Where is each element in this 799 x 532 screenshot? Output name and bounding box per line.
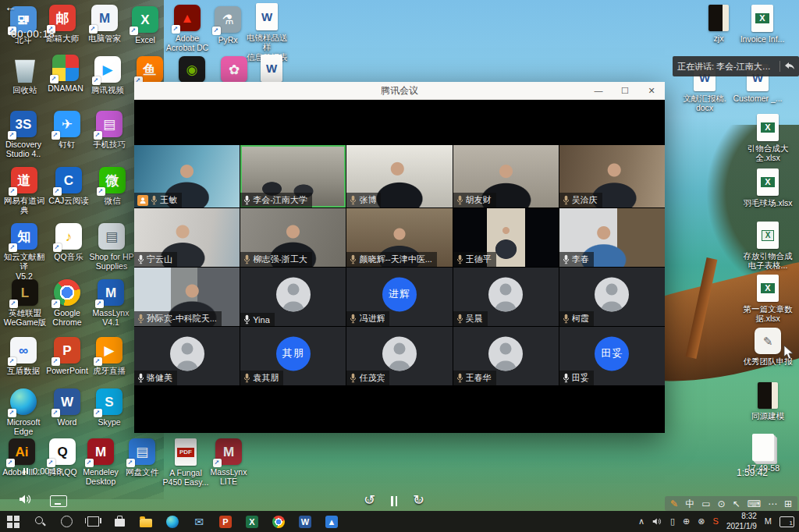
window-titlebar[interactable]: 腾讯会议 —☐✕ xyxy=(134,82,665,100)
participant-tile-王敏[interactable]: 王敏 xyxy=(134,145,240,207)
cursor-icon[interactable]: ↖ xyxy=(733,499,740,509)
wegame-lol-icon[interactable]: L英雄联盟 WeGame版 xyxy=(0,279,50,328)
masslynx-lite-icon[interactable]: MMassLynx LITE xyxy=(204,438,253,487)
participant-tile-柳志强-浙工大[interactable]: 柳志强-浙工大 xyxy=(240,208,346,267)
primer-sheet-icon[interactable]: X存放引物合成 电子表格... xyxy=(743,222,793,271)
acrobat-icon[interactable]: ▲Adobe Acrobat DC xyxy=(165,5,209,53)
participant-tile-Yina[interactable]: Yina xyxy=(240,268,346,326)
chrome-taskbar-icon[interactable] xyxy=(265,511,292,532)
back-arrow-overlay[interactable]: ← xyxy=(5,0,16,13)
pause-button[interactable] xyxy=(391,495,397,506)
participant-tile-吴晨[interactable]: 吴晨 xyxy=(453,268,559,326)
caj-cloud-icon[interactable]: CCAJ云阅读 xyxy=(47,167,91,205)
word-doc2-icon[interactable]: W xyxy=(250,55,293,82)
pc-manager-icon[interactable]: M电脑管家 xyxy=(83,5,126,43)
participant-tile-宁云山[interactable]: 宁云山 xyxy=(134,208,240,267)
word-taskbar-icon[interactable]: W xyxy=(292,511,318,532)
edge-icon[interactable]: Microsoft Edge xyxy=(2,388,45,437)
participant-tile-骆健美[interactable]: 骆健美 xyxy=(134,327,240,385)
store-taskbar-icon[interactable] xyxy=(106,511,133,532)
sogou-tray-icon[interactable]: S xyxy=(713,517,719,526)
powerpoint-taskbar-icon[interactable]: P xyxy=(212,511,239,532)
volume-tray-icon[interactable] xyxy=(652,517,662,526)
fungal-p450-pdf-icon[interactable]: PDFA Fungal P450 Easy... xyxy=(161,438,211,488)
pyrx-icon[interactable]: ⚗PyRx xyxy=(206,6,250,44)
participant-tile-任茂宾[interactable]: 任茂宾 xyxy=(346,327,452,385)
zjx-icon[interactable]: zjx xyxy=(701,5,737,43)
doc-em-sample-icon[interactable]: W电镜样品送样 信息登记表 xyxy=(245,3,289,62)
forward-30-button[interactable]: ↻30 xyxy=(413,493,424,507)
ime-mode-indicator[interactable]: 中 xyxy=(685,499,694,509)
excel-taskbar-icon[interactable]: X xyxy=(239,511,265,532)
participant-tile-吴洽庆[interactable]: 吴洽庆 xyxy=(559,145,665,207)
nvidia-icon[interactable]: ◉ xyxy=(170,56,214,83)
masslynx-tray-icon[interactable]: M xyxy=(765,517,772,526)
mendeley-icon[interactable]: MMendeley Desktop xyxy=(76,438,125,487)
netdisk-files-icon[interactable]: ▤网盘文件 xyxy=(120,438,164,477)
youdao-dict-icon[interactable]: 道网易有道词典 xyxy=(0,167,48,215)
close-button[interactable]: ✕ xyxy=(638,82,665,99)
photos-taskbar-icon[interactable]: ▲ xyxy=(318,511,345,532)
mail-taskbar-icon[interactable]: ✉ xyxy=(186,511,212,532)
participant-tile-柯霞[interactable]: 柯霞 xyxy=(559,268,665,326)
participant-tile-李会-江南大学[interactable]: 李会-江南大学 xyxy=(240,145,346,207)
skype-icon[interactable]: SSkype xyxy=(87,388,131,427)
homology-modeling-icon[interactable]: 同源建模 xyxy=(743,382,793,420)
douyu-icon[interactable]: 鱼 xyxy=(128,56,172,83)
speaking-banner[interactable]: 正在讲话: 李会-江南大学... xyxy=(673,56,799,76)
qq-music-icon[interactable]: ♪QQ音乐 xyxy=(47,223,91,261)
powerpoint-icon[interactable]: PPowerPoint xyxy=(44,337,91,375)
cortana-button[interactable] xyxy=(53,511,80,532)
participant-tile-颜晓辉--天津中医...[interactable]: 颜晓辉--天津中医... xyxy=(346,208,452,267)
hidden-icons-chevron[interactable]: ∧ xyxy=(638,517,645,526)
excel-icon[interactable]: XExcel xyxy=(123,6,167,44)
zhiyun-translate-icon[interactable]: 知知云文献翻译 V5.2 xyxy=(0,223,48,281)
keyboard-overlay-icon[interactable] xyxy=(50,495,67,507)
banner-collapse-icon[interactable] xyxy=(780,62,799,71)
primer-xlsx-icon[interactable]: X引物合成大 全.xlsx xyxy=(743,114,793,163)
participant-tile-王德平[interactable]: 王德平 xyxy=(453,208,559,267)
search-button[interactable] xyxy=(27,511,53,532)
network-tray-icon[interactable]: ⊕ xyxy=(683,517,690,526)
huya-live-icon[interactable]: ▶虎牙直播 xyxy=(87,337,131,375)
tencent-video-icon[interactable]: ▶腾讯视频 xyxy=(86,56,130,94)
rewind-10-button[interactable]: ↺10 xyxy=(364,493,375,507)
badminton-xlsx-icon[interactable]: X羽毛球场.xlsx xyxy=(743,168,793,207)
participant-tile-李春[interactable]: 李春 xyxy=(559,208,665,267)
wechat-icon[interactable]: 微微信 xyxy=(91,167,134,205)
discovery-studio-icon[interactable]: 3SDiscovery Studio 4.. xyxy=(2,111,45,159)
start-button[interactable] xyxy=(0,511,27,532)
volume-overlay-icon[interactable] xyxy=(19,494,33,508)
dnaman-icon[interactable]: DNAMAN xyxy=(44,55,87,93)
minimize-button[interactable]: — xyxy=(585,82,612,99)
chrome-icon[interactable]: Google Chrome xyxy=(45,279,89,328)
recycle-bin-icon[interactable]: 回收站 xyxy=(3,56,47,94)
hudun-data-icon[interactable]: ∞互盾数据 xyxy=(2,337,45,375)
tray-clock[interactable]: 8:322021/1/9 xyxy=(726,512,757,531)
dingtalk-icon[interactable]: ✈钉钉 xyxy=(45,111,89,149)
invoice-xlsx-icon[interactable]: XInvoice Inf... xyxy=(738,5,787,44)
keyboard-icon[interactable]: ⌨ xyxy=(748,499,761,509)
participant-tile-孙际宾-中科院天...[interactable]: 孙际宾-中科院天... xyxy=(134,268,240,326)
participant-tile-袁其朋[interactable]: 其朋袁其朋 xyxy=(240,327,346,385)
participant-tile-田妥[interactable]: 田妥田妥 xyxy=(559,327,665,385)
maximize-button[interactable]: ☐ xyxy=(612,82,638,99)
participant-tile-张博[interactable]: 张博 xyxy=(346,145,452,207)
masslynx-icon[interactable]: MMassLynx V4.1 xyxy=(86,279,136,328)
clock-icon[interactable]: ⊙ xyxy=(717,499,725,509)
participant-tile-胡友财[interactable]: 胡友财 xyxy=(453,145,559,207)
participant-tile-王春华[interactable]: 王春华 xyxy=(453,327,559,385)
battery-tray-icon[interactable]: ▯ xyxy=(670,517,675,526)
more-icon[interactable]: ⋯ xyxy=(768,499,777,509)
grid-icon[interactable]: ⊞ xyxy=(784,499,792,509)
hp-supplies-icon[interactable]: ▤Shop for HP Supplies xyxy=(86,223,137,271)
notifications-icon[interactable]: 1 xyxy=(779,516,794,527)
first-paper-xlsx-icon[interactable]: X第一篇文章数 据.xlsx xyxy=(743,275,793,324)
participant-tile-冯进辉[interactable]: 进辉冯进辉 xyxy=(346,268,452,326)
phone-tips-icon[interactable]: ▤手机技巧 xyxy=(87,111,131,149)
word-icon[interactable]: WWord xyxy=(45,388,89,427)
explorer-taskbar-icon[interactable] xyxy=(133,511,159,532)
app-tray-dark-icon[interactable]: ⊗ xyxy=(698,517,705,526)
pen-icon[interactable]: ✎ xyxy=(670,499,678,509)
task-view-button[interactable] xyxy=(80,511,106,532)
